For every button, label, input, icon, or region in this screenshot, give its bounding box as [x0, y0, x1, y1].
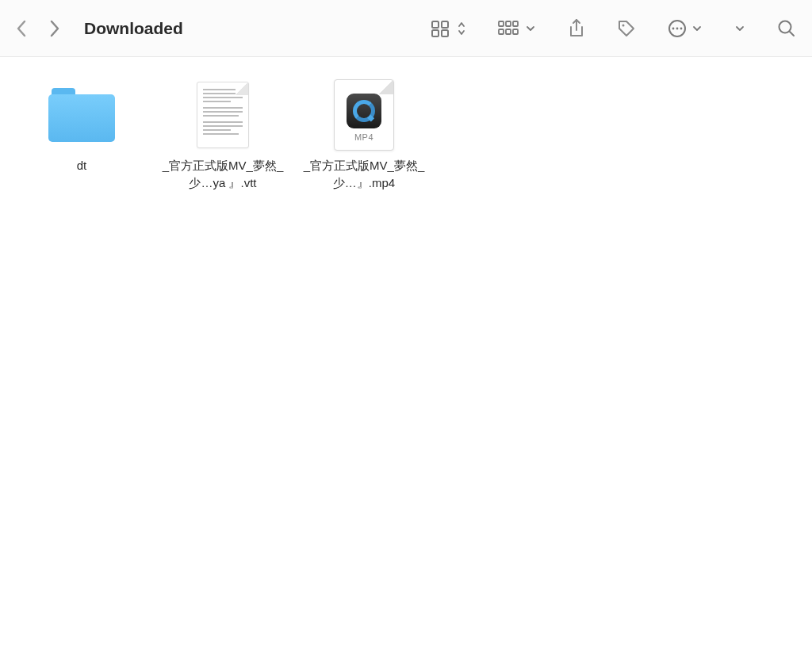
- folder-icon: [46, 79, 117, 151]
- chevron-down-icon: [525, 25, 536, 33]
- more-circle-icon: [668, 19, 687, 38]
- search-button[interactable]: [777, 19, 796, 38]
- svg-point-14: [680, 27, 683, 29]
- svg-rect-4: [499, 21, 504, 26]
- toolbar-actions: [431, 18, 796, 39]
- svg-rect-2: [432, 30, 439, 36]
- back-button[interactable]: [16, 20, 27, 37]
- mp4-badge-label: MP4: [354, 132, 373, 142]
- file-name-label: _官方正式版MV_夢然_少…ya 』.vtt: [159, 157, 286, 192]
- view-icon-button[interactable]: [431, 20, 466, 37]
- file-name-label: _官方正式版MV_夢然_少…』.mp4: [301, 157, 427, 192]
- text-file-item[interactable]: _官方正式版MV_夢然_少…ya 』.vtt: [155, 79, 290, 192]
- chevron-right-icon: [49, 20, 60, 37]
- grid-icon: [431, 20, 452, 37]
- share-button[interactable]: [568, 18, 585, 39]
- svg-point-10: [622, 24, 625, 26]
- nav-arrows: [16, 20, 60, 37]
- chevron-down-icon: [734, 25, 745, 33]
- svg-rect-0: [432, 21, 439, 28]
- svg-rect-1: [442, 21, 448, 28]
- tag-icon: [617, 19, 636, 38]
- file-grid: dt _官方正式版MV_夢然_少…ya 』.vtt: [0, 57, 812, 214]
- text-file-icon: [187, 79, 259, 151]
- updown-chevron-icon: [457, 21, 466, 36]
- dropdown-button[interactable]: [734, 25, 745, 33]
- svg-rect-6: [513, 21, 518, 26]
- svg-rect-3: [442, 30, 448, 36]
- svg-rect-7: [499, 29, 504, 34]
- mp4-file-icon: MP4: [328, 79, 400, 151]
- quicktime-icon: [347, 94, 381, 128]
- share-icon: [568, 18, 585, 39]
- tags-button[interactable]: [617, 19, 636, 38]
- search-icon: [777, 19, 796, 38]
- mp4-file-item[interactable]: MP4 _官方正式版MV_夢然_少…』.mp4: [297, 79, 431, 192]
- svg-point-15: [779, 21, 791, 33]
- chevron-left-icon: [16, 20, 27, 37]
- more-button[interactable]: [668, 19, 703, 38]
- svg-rect-8: [506, 29, 511, 34]
- svg-point-13: [676, 27, 679, 29]
- folder-item[interactable]: dt: [14, 79, 149, 174]
- svg-point-12: [672, 27, 675, 29]
- toolbar: Downloaded: [0, 0, 812, 57]
- folder-title: Downloaded: [84, 19, 183, 38]
- svg-rect-5: [506, 21, 511, 26]
- forward-button[interactable]: [49, 20, 60, 37]
- group-icon: [498, 21, 520, 36]
- file-name-label: dt: [77, 157, 87, 174]
- chevron-down-icon: [691, 25, 703, 33]
- svg-rect-9: [513, 29, 518, 34]
- group-button[interactable]: [498, 21, 536, 36]
